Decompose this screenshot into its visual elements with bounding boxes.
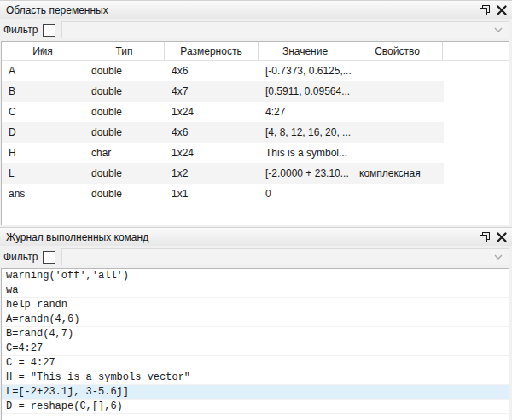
cell-type: double: [84, 188, 165, 200]
command-item[interactable]: B=rand(4,7): [2, 327, 509, 341]
cell-name: B: [2, 85, 84, 97]
close-icon[interactable]: [493, 230, 510, 245]
variables-panel-titlebar[interactable]: Область переменных: [0, 0, 512, 19]
command-item[interactable]: A=randn(4,6): [2, 312, 509, 327]
column-header-type[interactable]: Тип: [84, 42, 165, 60]
command-item[interactable]: help randn: [2, 298, 509, 312]
cell-value: 4:27: [259, 106, 352, 118]
filter-combobox[interactable]: [61, 21, 509, 38]
cell-property: комплексная: [352, 167, 443, 179]
table-row-D[interactable]: D double 4x6 [4, 8, 12, 16, 20, ...: [2, 122, 444, 143]
command-item-highlighted[interactable]: L=[-2+23.1j, 3-5.6j]: [2, 385, 509, 400]
table-row-L[interactable]: L double 1x2 [-2.0000 + 23.10... комплек…: [2, 163, 444, 184]
cell-name: C: [2, 106, 84, 118]
history-panel: Журнал выполненных команд Фильтр warning…: [0, 227, 512, 420]
cell-value: [-0.7373, 0.6125,...: [259, 65, 352, 77]
sort-up-icon: [38, 43, 47, 55]
float-icon[interactable]: [476, 230, 493, 245]
column-header-property[interactable]: Свойство: [352, 42, 443, 60]
chevron-down-icon: [493, 26, 503, 33]
table-row-H[interactable]: H char 1x24 This is a symbol...: [2, 143, 444, 163]
table-row-B[interactable]: B double 4x7 [0.5911, 0.09564...: [2, 81, 444, 102]
table-row-A[interactable]: A double 4x6 [-0.7373, 0.6125,...: [2, 61, 444, 81]
cell-size: 4x7: [165, 85, 259, 97]
column-header-empty: [443, 42, 509, 60]
cell-size: 1x2: [165, 167, 259, 179]
cell-type: double: [84, 85, 165, 97]
variables-table-header: Имя Тип Размерность Значение Свойство: [2, 42, 509, 61]
variables-table: Имя Тип Размерность Значение Свойство A …: [1, 41, 509, 225]
cell-size: 1x24: [165, 106, 259, 118]
cell-type: double: [84, 126, 165, 138]
command-history-list: warning('off','all') wa help randn A=ran…: [1, 268, 509, 420]
cell-type: char: [84, 147, 165, 159]
cell-size: 1x1: [165, 188, 259, 200]
command-item[interactable]: C=4:27: [2, 341, 509, 356]
cell-type: double: [84, 106, 165, 118]
filter-combobox[interactable]: [61, 248, 509, 265]
history-panel-titlebar[interactable]: Журнал выполненных команд: [0, 227, 512, 246]
chevron-down-icon: [493, 254, 503, 260]
cell-name: L: [2, 167, 84, 179]
column-header-value[interactable]: Значение: [259, 42, 352, 60]
cell-name: A: [2, 65, 84, 77]
cell-name: ans: [2, 188, 84, 200]
history-panel-title: Журнал выполненных команд: [6, 231, 476, 243]
command-item[interactable]: D = reshape(C,[],6): [2, 400, 509, 414]
table-row-ans[interactable]: ans double 1x1 0: [2, 184, 444, 204]
variables-filter-bar: Фильтр: [0, 19, 512, 41]
command-item[interactable]: wa: [2, 283, 509, 298]
cell-value: 0: [259, 188, 352, 200]
filter-label: Фильтр: [3, 251, 38, 263]
cell-name: D: [2, 126, 84, 138]
column-header-name[interactable]: Имя: [2, 42, 84, 60]
filter-checkbox[interactable]: [43, 24, 55, 37]
variables-panel-title: Область переменных: [6, 4, 476, 16]
cell-value: This is a symbol...: [259, 147, 352, 159]
command-item[interactable]: warning('off','all'): [2, 269, 509, 283]
close-icon[interactable]: [493, 3, 510, 18]
column-header-size[interactable]: Размерность: [165, 42, 259, 60]
cell-size: 4x6: [165, 126, 259, 138]
table-row-C[interactable]: C double 1x24 4:27: [2, 102, 444, 122]
cell-value: [4, 8, 12, 16, 20, ...: [259, 126, 352, 138]
cell-size: 1x24: [165, 147, 259, 159]
cell-type: double: [84, 65, 165, 77]
history-filter-bar: Фильтр: [0, 246, 512, 268]
cell-name: H: [2, 147, 84, 159]
float-icon[interactable]: [476, 3, 493, 18]
cell-value: [0.5911, 0.09564...: [259, 85, 352, 97]
cell-value: [-2.0000 + 23.10...: [259, 167, 352, 179]
filter-checkbox[interactable]: [43, 251, 55, 264]
cell-size: 4x6: [165, 65, 259, 77]
variables-panel: Область переменных Фильтр: [0, 0, 512, 226]
command-item[interactable]: H = "This is a symbols vector": [2, 370, 509, 385]
filter-label: Фильтр: [3, 24, 38, 36]
command-item[interactable]: C = 4:27: [2, 356, 509, 370]
cell-type: double: [84, 167, 165, 179]
